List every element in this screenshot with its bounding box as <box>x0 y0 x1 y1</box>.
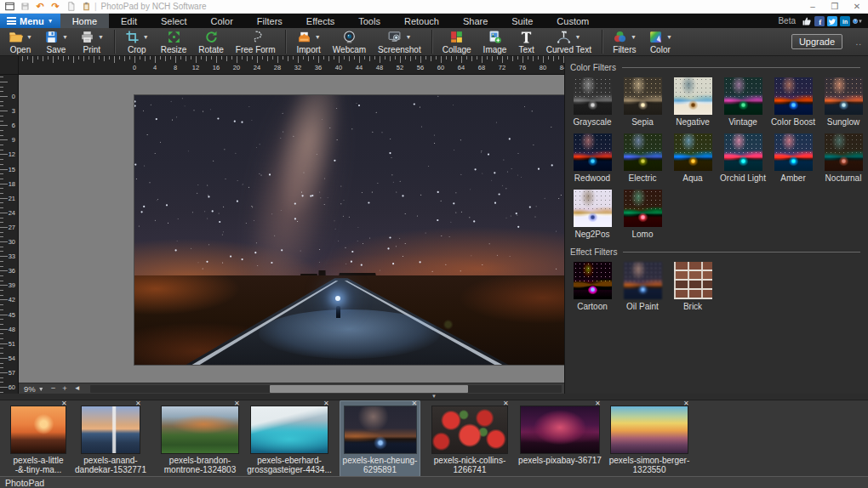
image-button[interactable]: Image <box>477 28 513 55</box>
tab-edit[interactable]: Edit <box>109 14 149 28</box>
close-button[interactable]: ✕ <box>846 0 868 14</box>
app-icon[interactable] <box>3 1 15 12</box>
color-button[interactable]: ▼Color <box>642 28 678 55</box>
webcam-button[interactable]: Webcam <box>327 28 372 55</box>
toolbar-button-label: Screenshot <box>378 45 421 54</box>
filter-label: Vintage <box>728 117 757 127</box>
close-icon[interactable]: ✕ <box>61 400 67 407</box>
filter-sepia[interactable]: Sepia <box>620 77 665 127</box>
collage-button[interactable]: Collage <box>437 28 477 55</box>
filmstrip-item[interactable]: ✕pexels-eberhard- grossgasteiger-4434... <box>243 400 335 477</box>
photo-thumbnail[interactable] <box>611 406 688 453</box>
filmstrip-item[interactable]: ✕pexels-a-little -&-tiny-ma... <box>4 400 72 477</box>
undo-icon[interactable]: ↶ <box>34 1 46 12</box>
photo-thumbnail[interactable] <box>162 406 238 453</box>
filter-amber[interactable]: Amber <box>771 133 815 183</box>
twitter-icon[interactable] <box>827 16 837 26</box>
filmstrip-item[interactable]: ✕pexels-simon-berger- 1323550 <box>606 400 693 477</box>
linkedin-icon[interactable]: in <box>840 16 850 26</box>
close-icon[interactable]: ✕ <box>323 400 329 407</box>
screenshot-button[interactable]: ▼Screenshot <box>372 28 427 55</box>
filmstrip-item[interactable]: ✕pexels-pixabay-36717 <box>516 400 604 477</box>
tab-effects[interactable]: Effects <box>294 14 346 28</box>
close-icon[interactable]: ✕ <box>135 400 141 407</box>
filter-sunglow[interactable]: Sunglow <box>821 77 865 127</box>
filter-nocturnal[interactable]: Nocturnal <box>821 133 865 183</box>
paste-icon[interactable] <box>80 1 92 12</box>
upgrade-button[interactable]: Upgrade <box>791 34 842 49</box>
scrollbar-thumb[interactable] <box>270 385 468 393</box>
filter-color-boost[interactable]: Color Boost <box>771 77 815 127</box>
filter-lomo[interactable]: Lomo <box>620 190 665 239</box>
filmstrip-item[interactable]: ✕pexels-nick-collins- 1266741 <box>425 400 514 477</box>
zoom-in-button[interactable]: + <box>62 383 67 394</box>
toolbar-overflow-button[interactable]: .. <box>855 37 862 47</box>
facebook-icon[interactable]: f <box>814 16 825 26</box>
tab-custom[interactable]: Custom <box>545 14 601 28</box>
zoom-level[interactable]: 9% <box>24 384 36 394</box>
tab-retouch[interactable]: Retouch <box>392 14 451 28</box>
photo-thumbnail[interactable] <box>11 406 66 453</box>
photo-thumbnail[interactable] <box>345 406 416 453</box>
close-icon[interactable]: ✕ <box>503 400 509 407</box>
tab-color[interactable]: Color <box>199 14 245 28</box>
photo-thumbnail[interactable] <box>251 406 328 453</box>
filter-neg2pos[interactable]: Neg2Pos <box>570 190 614 239</box>
filmstrip-item[interactable]: ✕pexels-brandon- montrone-1324803 <box>155 400 245 477</box>
text-button[interactable]: Text <box>512 28 540 55</box>
filter-brick[interactable]: Brick <box>671 262 715 311</box>
filmstrip-item[interactable]: ✕pexels-anand- dandekar-1532771 <box>73 400 148 477</box>
zoom-out-button[interactable]: − <box>51 383 56 394</box>
tab-home[interactable]: Home <box>60 14 109 28</box>
restore-button[interactable]: ❒ <box>824 0 846 14</box>
scroll-left-button[interactable]: ◄ <box>74 383 81 394</box>
photo-canvas[interactable] <box>134 95 564 365</box>
curved-text-button[interactable]: ▼Curved Text <box>540 28 597 55</box>
filter-grayscale[interactable]: Grayscale <box>570 77 614 127</box>
tab-share[interactable]: Share <box>451 14 500 28</box>
menu-button[interactable]: Menu ▼ <box>0 14 60 28</box>
tab-tools[interactable]: Tools <box>346 14 392 28</box>
free-form-button[interactable]: Free Form <box>230 28 282 55</box>
close-icon[interactable]: ✕ <box>234 400 240 407</box>
help-icon[interactable]: ?▼ <box>853 16 863 26</box>
crop-button[interactable]: ▼Crop <box>119 28 155 55</box>
filter-orchid-light[interactable]: Orchid Light <box>721 133 765 183</box>
photo-thumbnail[interactable] <box>82 406 140 453</box>
photo-thumbnail[interactable] <box>432 406 507 453</box>
open-button[interactable]: ▼Open <box>3 28 38 55</box>
new-page-icon[interactable] <box>65 1 77 12</box>
filter-cartoon[interactable]: Cartoon <box>570 262 614 311</box>
horizontal-scrollbar[interactable] <box>90 385 562 393</box>
print-button[interactable]: ▼Print <box>74 28 110 55</box>
import-button[interactable]: ▼Import <box>290 28 326 55</box>
filter-negative[interactable]: Negative <box>671 77 715 127</box>
filter-redwood[interactable]: Redwood <box>570 133 614 183</box>
resize-button[interactable]: Resize <box>155 28 193 55</box>
canvas-area[interactable]: 9% ▼ − + ◄ <box>19 75 564 394</box>
tab-filters[interactable]: Filters <box>245 14 294 28</box>
close-icon[interactable]: ✕ <box>683 400 689 407</box>
save-icon[interactable] <box>19 1 31 12</box>
filter-electric[interactable]: Electric <box>620 133 665 183</box>
redo-icon[interactable]: ↷ <box>49 1 61 12</box>
close-icon[interactable]: ✕ <box>412 400 418 407</box>
tab-suite[interactable]: Suite <box>500 14 545 28</box>
ruler-tick <box>134 56 135 63</box>
filter-oil-paint[interactable]: Oil Paint <box>620 262 665 311</box>
filters-button[interactable]: ▼Filters <box>607 28 642 55</box>
filter-aqua[interactable]: Aqua <box>671 133 715 183</box>
thumbs-up-icon[interactable] <box>802 16 812 26</box>
close-icon[interactable]: ✕ <box>595 400 601 407</box>
collapse-strip-icon[interactable]: ▼ <box>431 394 437 400</box>
filter-label: Amber <box>780 173 805 183</box>
save-button[interactable]: ▼Save <box>38 28 74 55</box>
minimize-button[interactable]: – <box>802 0 824 14</box>
tab-select[interactable]: Select <box>149 14 199 28</box>
rotate-button[interactable]: Rotate <box>192 28 229 55</box>
strip-splitter[interactable]: ▼ <box>0 394 868 400</box>
filter-vintage[interactable]: Vintage <box>721 77 765 127</box>
filmstrip-item[interactable]: ✕pexels-ken-cheung- 6295891 <box>340 400 420 477</box>
zoom-dropdown-icon[interactable]: ▼ <box>38 386 44 392</box>
photo-thumbnail[interactable] <box>521 406 599 453</box>
